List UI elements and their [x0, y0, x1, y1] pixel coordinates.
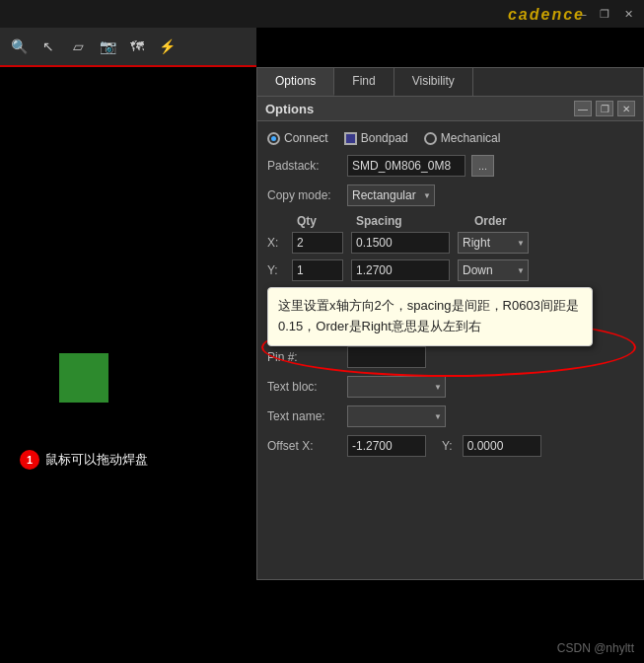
y-order-select-wrap: Right Left Down Up — [458, 259, 529, 281]
annotation-badge-1: 1 — [20, 450, 39, 470]
copymode-row: Copy mode: Rectangular Circular — [267, 184, 633, 206]
tooltip-box: 这里设置x轴方向2个，spacing是间距，R0603间距是0.15，Order… — [267, 287, 593, 346]
shape-icon[interactable]: ▱ — [65, 34, 91, 59]
component-preview — [59, 353, 108, 403]
tab-options[interactable]: Options — [257, 68, 334, 96]
grid-header-row: Qty Spacing Order — [267, 214, 633, 228]
x-order-select[interactable]: Right Left Down Up — [458, 232, 529, 254]
textbloc-row: Text bloc: — [267, 376, 633, 398]
tab-bar: Options Find Visibility — [257, 68, 643, 97]
textname-row: Text name: — [267, 405, 633, 427]
mechanical-radio[interactable]: Mechanical — [424, 131, 501, 145]
pin-row: Pin #: — [267, 346, 633, 368]
options-panel: Options Find Visibility Options — ❐ ✕ Co… — [256, 67, 644, 580]
padstack-input[interactable] — [347, 155, 465, 177]
x-label: X: — [267, 236, 292, 250]
x-spacing-input[interactable] — [351, 232, 450, 254]
select-icon[interactable]: ↖ — [36, 34, 61, 59]
tooltip-wrapper: 2 这里设置x轴方向2个，spacing是间距，R0603间距是0.15，Ord… — [267, 287, 633, 309]
annotation-text-1: 鼠标可以拖动焊盘 — [45, 451, 148, 469]
tooltip-container: 2 这里设置x轴方向2个，spacing是间距，R0603间距是0.15，Ord… — [267, 287, 633, 309]
y-offset-input[interactable] — [463, 435, 541, 457]
connect-label: Connect — [284, 131, 328, 145]
qty-header: Qty — [297, 214, 356, 228]
padstack-label: Padstack: — [267, 159, 341, 173]
tab-find[interactable]: Find — [334, 68, 394, 96]
canvas-area: 1 鼠标可以拖动焊盘 — [0, 67, 256, 663]
x-order-select-wrap: Right Left Down Up — [458, 232, 529, 254]
textname-select[interactable] — [347, 405, 446, 427]
textname-label: Text name: — [267, 409, 341, 423]
annotation-1: 1 鼠标可以拖动焊盘 — [20, 450, 148, 470]
bondpad-check[interactable]: Bondpad — [344, 131, 408, 145]
title-bar: cadence — ❐ ✕ — [0, 0, 644, 28]
panel-body: Connect Bondpad Mechanical Padstack: ...… — [257, 121, 643, 475]
panel-minimize-btn[interactable]: — — [574, 101, 592, 116]
y-grid-row: Y: Right Left Down Up — [267, 259, 633, 281]
copymode-select[interactable]: Rectangular Circular — [347, 184, 435, 206]
mode-row: Connect Bondpad Mechanical — [267, 131, 633, 145]
y-offset-label: Y: — [442, 439, 453, 453]
y-label: Y: — [267, 263, 292, 277]
offsetx-label: Offset X: — [267, 439, 341, 453]
textbloc-label: Text bloc: — [267, 380, 341, 394]
x-qty-input[interactable] — [292, 232, 343, 254]
panel-close-btn[interactable]: ✕ — [617, 101, 635, 116]
y-order-select[interactable]: Right Left Down Up — [458, 259, 529, 281]
y-spacing-input[interactable] — [351, 259, 450, 281]
connect-radio[interactable]: Connect — [267, 131, 328, 145]
copymode-label: Copy mode: — [267, 188, 341, 202]
textname-select-wrap — [347, 405, 446, 427]
panel-restore-btn[interactable]: ❐ — [596, 101, 613, 116]
pin-input[interactable] — [347, 346, 426, 368]
x-grid-row: X: Right Left Down Up — [267, 232, 633, 254]
watermark: CSDN @nhyltt — [557, 641, 634, 655]
textbloc-select[interactable] — [347, 376, 446, 398]
mechanical-label: Mechanical — [441, 131, 501, 145]
textbloc-select-wrap — [347, 376, 446, 398]
copymode-select-wrap: Rectangular Circular — [347, 184, 435, 206]
tab-visibility[interactable]: Visibility — [394, 68, 473, 96]
y-qty-input[interactable] — [292, 259, 343, 281]
lightning-icon[interactable]: ⚡ — [154, 34, 179, 59]
offset-row: Offset X: Y: — [267, 435, 633, 457]
restore-button[interactable]: ❐ — [593, 4, 616, 24]
offsetx-input[interactable] — [347, 435, 426, 457]
map-icon[interactable]: 🗺 — [124, 34, 150, 59]
panel-title: Options — [265, 102, 314, 116]
close-button[interactable]: ✕ — [616, 4, 640, 24]
camera-icon[interactable]: 📷 — [95, 34, 120, 59]
connect-radio-dot — [267, 132, 280, 145]
spacing-header: Spacing — [356, 214, 474, 228]
mechanical-radio-dot — [424, 132, 437, 145]
panel-controls: — ❐ ✕ — [574, 101, 635, 116]
order-header: Order — [474, 214, 573, 228]
pin-label: Pin #: — [267, 350, 341, 364]
search-icon[interactable]: 🔍 — [6, 34, 32, 59]
bondpad-checkbox — [344, 132, 357, 145]
toolbar: 🔍 ↖ ▱ 📷 🗺 ⚡ — [0, 28, 256, 67]
brand-logo: cadence — [508, 6, 585, 24]
padstack-row: Padstack: ... — [267, 155, 633, 177]
panel-header: Options — ❐ ✕ — [257, 97, 643, 121]
padstack-browse-btn[interactable]: ... — [471, 155, 494, 177]
bondpad-label: Bondpad — [361, 131, 408, 145]
